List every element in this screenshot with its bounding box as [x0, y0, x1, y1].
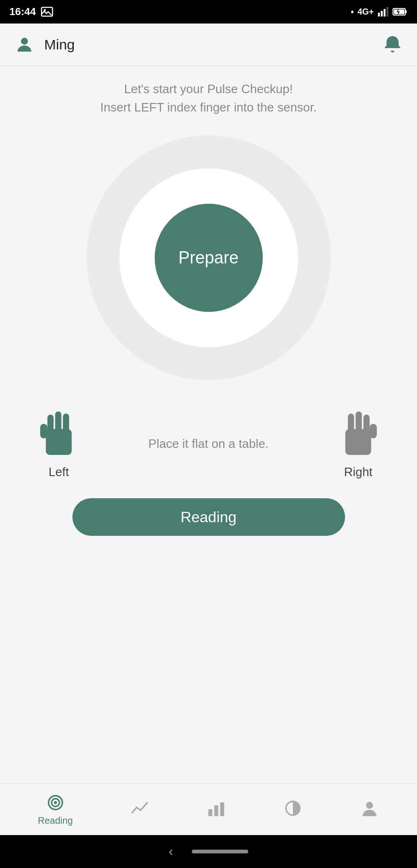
header-username: Ming: [44, 37, 75, 53]
status-time: 16:44: [9, 6, 36, 18]
svg-rect-5: [386, 7, 388, 16]
nav-label-reading: Reading: [38, 815, 73, 826]
nav-item-reading[interactable]: Reading: [38, 793, 73, 826]
nav-item-profile[interactable]: [360, 798, 379, 821]
inner-white-circle: Prepare: [119, 168, 298, 347]
svg-rect-4: [384, 9, 386, 16]
instruction-text: Let's start your Pulse Checkup! Insert L…: [100, 80, 317, 117]
battery-icon: [393, 7, 408, 16]
svg-rect-25: [220, 802, 224, 816]
svg-rect-23: [208, 809, 212, 816]
status-bar: 16:44 • 4G+: [0, 0, 417, 24]
nav-item-trend[interactable]: [130, 798, 149, 821]
signal-icon: [378, 6, 389, 17]
svg-rect-7: [405, 10, 407, 13]
status-indicators: • 4G+: [351, 6, 408, 17]
bottom-nav: Reading: [0, 783, 417, 835]
flat-on-table-text: Place it flat on a table.: [149, 437, 269, 451]
svg-point-22: [54, 801, 57, 804]
left-hand-label: Left: [48, 465, 69, 479]
right-hand-icon: [337, 408, 379, 460]
left-hand-icon: [38, 408, 80, 460]
back-button[interactable]: ‹: [169, 844, 173, 859]
svg-rect-24: [214, 805, 218, 816]
nav-item-stats[interactable]: [206, 798, 226, 821]
left-hand-item: Left: [38, 408, 80, 479]
system-nav: ‹: [0, 835, 417, 868]
profile-nav-icon: [360, 798, 379, 818]
svg-rect-11: [47, 414, 54, 433]
stats-nav-icon: [206, 798, 226, 818]
notification-bell-icon[interactable]: [382, 34, 403, 55]
reading-button[interactable]: Reading: [72, 498, 345, 536]
trend-nav-icon: [130, 798, 149, 818]
header: Ming: [0, 24, 417, 66]
right-hand-item: Right: [337, 408, 379, 479]
svg-rect-10: [46, 429, 72, 455]
nav-item-theme[interactable]: [283, 798, 303, 821]
svg-rect-13: [63, 414, 69, 433]
svg-rect-18: [348, 414, 354, 433]
header-left: Ming: [14, 34, 75, 55]
svg-point-27: [366, 802, 373, 809]
svg-rect-2: [378, 13, 380, 16]
svg-point-9: [21, 38, 28, 45]
theme-nav-icon: [283, 798, 303, 818]
home-pill[interactable]: [192, 850, 248, 853]
dot-indicator: •: [351, 7, 354, 17]
svg-rect-15: [345, 429, 371, 455]
pulse-circle-container: Prepare: [87, 135, 331, 380]
svg-rect-14: [40, 424, 47, 438]
reading-nav-icon: [46, 793, 65, 812]
prepare-button[interactable]: Prepare: [155, 204, 263, 312]
svg-rect-12: [55, 412, 61, 432]
svg-rect-17: [355, 412, 362, 432]
hand-section: Left Place it flat on a table. Right: [19, 399, 398, 489]
right-hand-label: Right: [344, 465, 373, 479]
svg-rect-19: [370, 424, 377, 438]
gallery-icon: [40, 5, 54, 18]
svg-rect-3: [381, 11, 383, 16]
main-content: Let's start your Pulse Checkup! Insert L…: [0, 66, 417, 783]
network-type: 4G+: [357, 7, 374, 17]
user-avatar-icon: [14, 34, 35, 55]
svg-rect-16: [363, 414, 370, 433]
